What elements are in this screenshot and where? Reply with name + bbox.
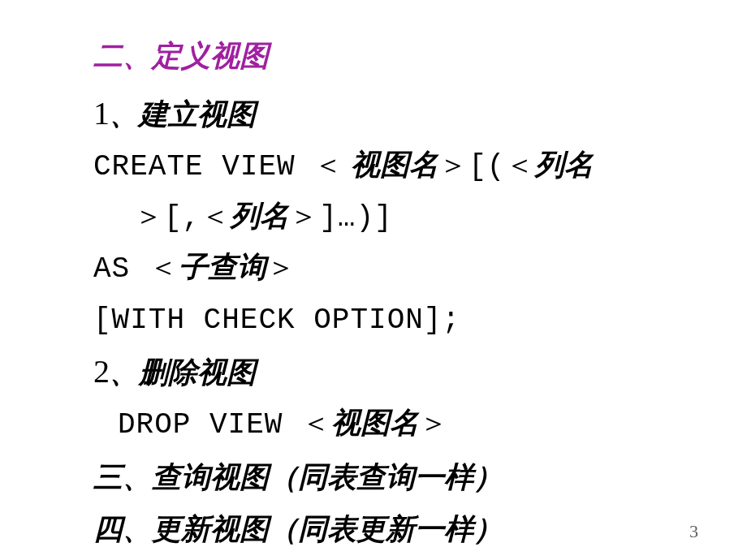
syntax-param: 列名: [535, 149, 594, 181]
syntax-param: 视图名: [331, 407, 419, 439]
section-2-title: 二、定义视图: [93, 37, 686, 76]
syntax-text: CREATE VIEW ＜: [93, 150, 343, 183]
item-2-sep: 、: [110, 356, 139, 389]
page-number: 3: [689, 521, 698, 542]
syntax-text: ＞[(＜: [438, 150, 535, 183]
item-1-sep: 、: [110, 98, 139, 131]
syntax-param: 列名: [231, 200, 289, 232]
syntax-param: 子查询: [179, 251, 266, 283]
section-3-title: 三、查询视图（同表查询一样）: [93, 455, 686, 499]
item-2-number: 2: [93, 353, 110, 390]
item-1-number: 1: [93, 95, 110, 131]
create-view-line4: [WITH CHECK OPTION];: [93, 296, 686, 342]
syntax-param: 视图名: [343, 149, 438, 181]
create-view-line2: ＞[,＜列名＞]…)]: [93, 194, 686, 240]
syntax-text: DROP VIEW ＜: [118, 408, 331, 442]
syntax-text: ＞: [419, 408, 449, 442]
create-view-line1: CREATE VIEW ＜ 视图名＞[(＜列名: [93, 143, 686, 189]
syntax-text: ＞[,＜: [134, 201, 231, 235]
section-4-title: 四、更新视图（同表更新一样）: [93, 507, 686, 551]
syntax-text: [WITH CHECK OPTION];: [93, 304, 460, 337]
drop-view-line: DROP VIEW ＜视图名＞: [93, 401, 686, 447]
item-2-header: 2、删除视图: [93, 347, 686, 396]
create-view-line3: AS ＜子查询＞: [93, 245, 686, 291]
item-1-header: 1、建立视图: [93, 89, 686, 138]
item-1-label: 建立视图: [139, 98, 256, 131]
syntax-text: AS ＜: [93, 252, 179, 286]
item-2-label: 删除视图: [139, 356, 256, 389]
syntax-text: ＞: [266, 252, 296, 286]
syntax-text: ＞]…)]: [289, 201, 392, 235]
